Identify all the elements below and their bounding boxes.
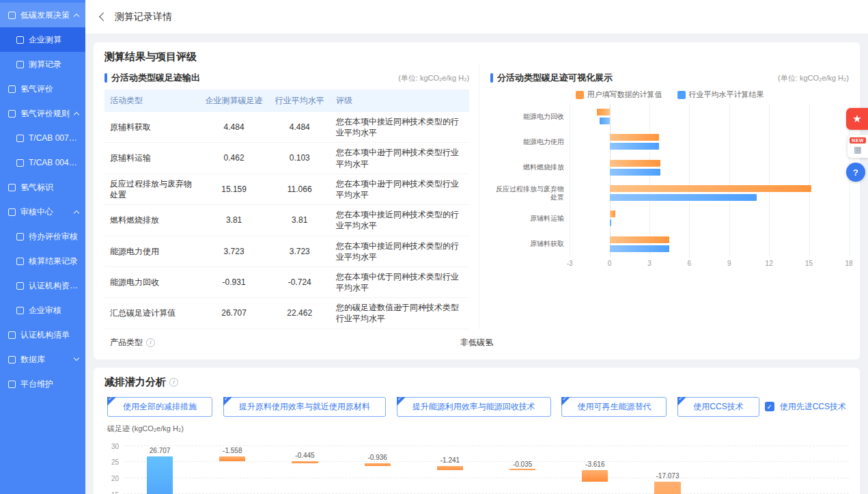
table-cell: 您在本项中接近同种技术类型的行业平均水平 [331,236,469,266]
results-card-title: 测算结果与项目评级 [104,51,849,64]
hbar-group [570,206,849,231]
sidebar-item-8[interactable]: 审核中心 [0,200,85,224]
table-row: 原辅料运输0.4620.103您在本项中逊于同种技术类型行业平均水平 [104,143,469,174]
hbar-tick-label: 6 [688,260,692,267]
back-icon[interactable] [99,12,108,21]
waterfall-value-label: -0.445 [295,452,314,459]
waterfall-gridline [124,461,849,462]
table-cell: 您在本项中接近同种技术类型的行业平均水平 [331,205,469,236]
table-cell: 能源电力使用 [104,236,199,266]
sidebar-item-10[interactable]: 核算结果记录 [0,249,85,273]
sidebar-menu: 低碳发展决策企业测算测算记录氢气评价氢气评价规则T/CAB 0078-2020T… [0,3,85,396]
measure-buttons: 使用全部的减排措施提升原料使用效率与就近使用原材料提升能源利用效率与能源回收技术… [107,397,846,417]
app-root: 低碳发展决策企业测算测算记录氢气评价氢气评价规则T/CAB 0078-2020T… [0,0,868,494]
sidebar-item-7[interactable]: 氢气标识 [0,175,85,200]
result-icon [16,258,24,265]
table-cell: 3.723 [199,236,268,266]
measure-button-3[interactable]: 使用可再生能源替代 [561,397,667,417]
hbar-tick-label: 9 [727,260,731,267]
hbar-categories: 能源电力回收能源电力使用燃料燃烧排放反应过程排放与废弃物处置原辅料运输原辅料获取 [490,104,570,257]
ccs-measure-group: 使用CCS技术✓使用先进CCS技术 [677,397,846,417]
new-feature-widget[interactable]: NEW ▦ [848,135,868,158]
table-cell: 您在本项中优于同种技术类型行业平均水平 [331,266,469,297]
waterfall-bar-1 [219,456,245,461]
table-column-header: 活动类型 [104,90,199,112]
table-row: 原辅料获取4.4844.484您在本项中接近同种技术类型的行业平均水平 [104,112,469,143]
measure-button-4[interactable]: 使用CCS技术 [677,397,759,417]
sidebar-item-9[interactable]: 待办评价审核 [0,224,85,249]
advanced-ccs-label[interactable]: 使用先进CCS技术 [780,401,846,413]
list-icon [8,331,16,339]
hbar-group [570,104,849,129]
table-cell: -0.724 [268,266,331,297]
hbar-tick-label: 3 [647,260,652,267]
table-column-header: 评级 [331,90,469,112]
content: 测算结果与项目评级 分活动类型碳足迹输出 (单位: kgCO₂e/kg H₂) … [85,34,868,494]
table-cell: 26.707 [199,298,268,329]
hbar-bar-user [610,134,659,141]
star-icon: ★ [852,113,861,125]
document-icon [16,159,24,167]
measure-button-2[interactable]: 提升能源利用效率与能源回收技术 [397,397,551,417]
visual-section-unit: (单位: kgCO₂e/kg H₂) [778,73,849,83]
waterfall-y-tick: 30 [111,442,119,450]
measure-button-1[interactable]: 提升原料使用效率与就近使用原材料 [223,397,386,417]
sidebar-item-4[interactable]: 氢气评价规则 [0,101,85,126]
sidebar-item-12[interactable]: 企业审核 [0,298,85,323]
table-row: 反应过程排放与废弃物处置15.15911.066您在本项中逊于同种技术类型行业平… [104,174,469,204]
table-row: 能源电力使用3.7233.723您在本项中接近同种技术类型的行业平均水平 [104,236,469,266]
sidebar-item-label: 企业审核 [29,305,61,316]
sidebar-item-label: 待办评价审核 [29,231,78,243]
footprint-table: 活动类型企业测算碳足迹行业平均水平评级 原辅料获取4.4844.484您在本项中… [104,90,469,329]
user-series-swatch [576,91,584,99]
dashboard-icon [8,12,16,19]
legend-item-user[interactable]: 用户填写数据的计算值 [576,90,662,100]
database-icon [8,356,16,363]
topbar: 测算记录详情 [85,0,868,34]
sidebar-item-label: 认证机构清单 [20,329,70,341]
table-cell: 燃料燃烧排放 [104,205,199,236]
sidebar-item-6[interactable]: T/CAB 0043-2025 [0,150,85,175]
table-cell: 15.159 [199,174,268,204]
hbar-tick-label: 12 [766,260,773,267]
sidebar-item-15[interactable]: 平台维护 [0,372,85,396]
table-cell: 11.066 [268,174,331,204]
advanced-ccs-checkbox[interactable]: ✓ [765,402,774,411]
sidebar-item-label: 低碳发展决策 [20,10,70,21]
sidebar-item-2[interactable]: 测算记录 [0,52,85,77]
sidebar-item-label: 氢气评价 [20,83,53,95]
tag-icon [8,184,16,191]
table-row: 能源电力回收-0.931-0.724您在本项中优于同种技术类型行业平均水平 [104,266,469,297]
promo-icon[interactable]: ★ [846,108,868,130]
output-section-title: 分活动类型碳足迹输出 [111,72,200,84]
info-icon[interactable]: i [146,338,155,347]
todo-icon [16,233,24,241]
waterfall-value-label: -3.616 [585,461,604,468]
sidebar-item-0[interactable]: 低碳发展决策 [0,3,85,27]
hbar-group [570,180,849,206]
help-icon[interactable]: ? [846,163,865,182]
waterfall-value-label: -0.035 [513,461,532,468]
chevron-up-icon [74,14,79,19]
hbar-bar-user [610,185,811,192]
measure-button-0[interactable]: 使用全部的减排措施 [107,397,212,417]
footprint-output-section: 分活动类型碳足迹输出 (单位: kgCO₂e/kg H₂) 活动类型企业测算碳足… [104,64,469,329]
sidebar-item-1[interactable]: 企业测算 [0,27,85,52]
legend-item-industry[interactable]: 行业平均水平计算结果 [677,90,764,100]
sidebar-item-14[interactable]: 数据库 [0,347,85,372]
sidebar-item-5[interactable]: T/CAB 0078-2020 [0,126,85,150]
chevron-up-icon [74,210,79,216]
hbar-category-label: 能源电力回收 [490,104,570,129]
table-cell: 0.103 [268,143,331,174]
sidebar-item-11[interactable]: 认证机构资质审核 [0,273,85,298]
sidebar-item-3[interactable]: 氢气评价 [0,77,85,101]
sidebar-item-13[interactable]: 认证机构清单 [0,323,85,347]
table-header-row: 活动类型企业测算碳足迹行业平均水平评级 [104,90,469,112]
waterfall-value-label: -1.241 [440,456,460,464]
hbar-group [570,129,849,154]
hbar-bar-user [610,236,669,243]
waterfall-bar-0 [147,456,173,494]
table-cell: -0.931 [199,266,268,297]
table-row: 汇总碳足迹计算值26.70722.462您的碳足迹数值逊于同种技术类型行业平均水… [104,298,469,329]
info-icon[interactable]: i [169,378,178,387]
